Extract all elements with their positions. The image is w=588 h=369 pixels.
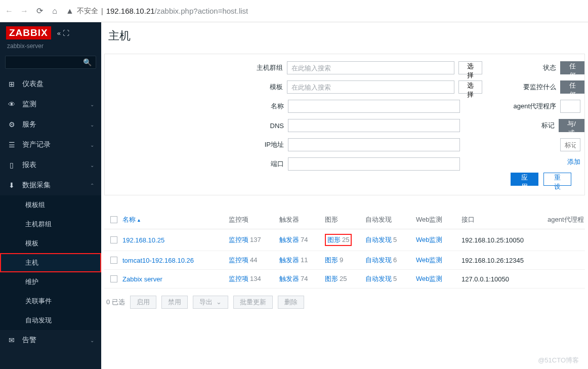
web-link[interactable]: Web监测 xyxy=(416,275,443,282)
sub-host-group[interactable]: 主机群组 xyxy=(0,215,101,234)
collect-submenu: 模板组 主机群组 模板 主机 维护 关联事件 自动发现 xyxy=(0,195,101,330)
collapse-icon[interactable]: «⛶ xyxy=(57,29,69,37)
services-icon: ⚙ xyxy=(7,120,16,129)
triggers-link[interactable]: 触发器 xyxy=(279,236,299,243)
enable-button[interactable]: 启用 xyxy=(130,296,156,309)
forward-icon[interactable]: → xyxy=(20,7,28,15)
discovery-link[interactable]: 自动发现 xyxy=(365,275,392,282)
filter-panel: 主机群组选择 模板选择 名称 DNS IP地址 端口 状态任何 要监控什么任何 … xyxy=(104,54,585,195)
select-host-groups[interactable]: 选择 xyxy=(458,61,482,74)
row-checkbox[interactable] xyxy=(110,257,117,264)
sub-correlation[interactable]: 关联事件 xyxy=(0,292,101,311)
sub-template-group[interactable]: 模板组 xyxy=(0,195,101,215)
back-icon[interactable]: ← xyxy=(5,7,13,15)
home-icon[interactable]: ⌂ xyxy=(51,7,59,15)
lbl-host-groups: 主机群组 xyxy=(251,63,283,72)
items-link[interactable]: 监控项 xyxy=(229,256,248,264)
disable-button[interactable]: 禁用 xyxy=(161,296,188,309)
nav-monitoring[interactable]: 👁监测⌄ xyxy=(0,94,101,114)
col-discovery: 自动发现 xyxy=(365,215,416,224)
report-icon: ▯ xyxy=(7,161,16,169)
graphs-cell[interactable]: 图形9 xyxy=(325,256,365,265)
filter-port[interactable] xyxy=(288,157,460,171)
col-web: Web监测 xyxy=(416,215,461,224)
logo[interactable]: ZABBIX xyxy=(6,26,51,39)
nav-collect[interactable]: ⬇数据采集⌃ xyxy=(0,175,101,195)
reload-icon[interactable]: ⟳ xyxy=(35,7,44,15)
lbl-port: 端口 xyxy=(251,159,284,169)
col-triggers: 触发器 xyxy=(279,215,325,224)
select-all-checkbox[interactable] xyxy=(110,216,117,223)
mass-update-button[interactable]: 批量更新 xyxy=(233,296,273,309)
graphs-cell[interactable]: 图形25 xyxy=(325,274,365,283)
insecure-icon: ▲ xyxy=(66,7,74,15)
selected-count: 0 已选 xyxy=(106,298,125,307)
filter-ip[interactable] xyxy=(288,138,460,151)
filter-templates[interactable] xyxy=(287,80,454,94)
main-content: 主机 主机群组选择 模板选择 名称 DNS IP地址 端口 状态任何 要监控什么… xyxy=(101,22,588,369)
row-checkbox[interactable] xyxy=(110,275,117,282)
search-input[interactable]: 🔍 xyxy=(5,56,96,69)
lbl-ip: IP地址 xyxy=(251,140,284,149)
sub-maintenance[interactable]: 维护 xyxy=(0,272,101,292)
reset-button[interactable]: 重设 xyxy=(543,173,571,186)
nav-alerts[interactable]: ✉告警⌄ xyxy=(0,330,101,350)
host-link[interactable]: tomcat10-192.168.10.26 xyxy=(122,257,194,264)
nav-services[interactable]: ⚙服务⌄ xyxy=(0,114,101,135)
lbl-templates: 模板 xyxy=(251,83,283,92)
chevron-up-icon: ⌃ xyxy=(90,183,94,188)
eye-icon: 👁 xyxy=(7,100,16,108)
interface-text: 192.168.10.26:12345 xyxy=(461,257,548,264)
tags-andor[interactable]: 与/或 xyxy=(559,119,584,132)
lbl-name: 名称 xyxy=(251,102,284,111)
table-row: tomcat10-192.168.10.26 监控项44 触发器11 图形9 自… xyxy=(104,251,585,270)
discovery-link[interactable]: 自动发现 xyxy=(365,256,392,264)
nav-reports[interactable]: ▯报表⌄ xyxy=(0,155,101,175)
export-button[interactable]: 导出 ⌄ xyxy=(193,296,228,309)
nav-inventory[interactable]: ☰资产记录⌄ xyxy=(0,135,101,155)
triggers-link[interactable]: 触发器 xyxy=(279,256,299,264)
col-name[interactable]: 名称▲ xyxy=(122,215,229,224)
chevron-down-icon: ⌄ xyxy=(90,162,94,168)
col-items: 监控项 xyxy=(229,215,279,224)
url-bar[interactable]: ▲ 不安全 | 192.168.10.21/zabbix.php?action=… xyxy=(66,7,583,16)
sort-asc-icon: ▲ xyxy=(137,218,141,223)
mail-icon: ✉ xyxy=(7,336,16,344)
add-tag-link[interactable]: 添加 xyxy=(540,157,584,167)
triggers-link[interactable]: 触发器 xyxy=(279,275,299,282)
lbl-dns: DNS xyxy=(251,122,284,130)
filter-dns[interactable] xyxy=(288,119,460,132)
table-row: 192.168.10.25 监控项137 触发器74 图形25 自动发现5 We… xyxy=(104,229,585,251)
discovery-link[interactable]: 自动发现 xyxy=(365,236,392,243)
search-icon: 🔍 xyxy=(83,58,92,66)
web-link[interactable]: Web监测 xyxy=(416,256,443,264)
items-link[interactable]: 监控项 xyxy=(229,236,248,243)
sub-discovery[interactable]: 自动发现 xyxy=(0,311,101,330)
monitored-any[interactable]: 任何 xyxy=(560,80,584,94)
download-icon: ⬇ xyxy=(7,181,16,189)
filter-agent-proxy[interactable] xyxy=(560,100,580,113)
sub-hosts[interactable]: 主机 xyxy=(0,253,101,272)
delete-button[interactable]: 删除 xyxy=(278,296,304,309)
filter-host-groups[interactable] xyxy=(287,61,454,74)
security-label: 不安全 xyxy=(77,7,98,16)
url-text: 192.168.10.21/zabbix.php?action=host.lis… xyxy=(106,7,248,15)
lbl-tags: 标记 xyxy=(511,121,555,130)
table-header: 名称▲ 监控项 触发器 图形 自动发现 Web监测 接口 agent代理程 xyxy=(104,211,585,229)
sub-templates[interactable]: 模板 xyxy=(0,234,101,253)
interface-text: 127.0.0.1:10050 xyxy=(461,275,548,283)
row-checkbox[interactable] xyxy=(110,236,117,243)
nav-dashboard[interactable]: ⊞仪表盘 xyxy=(0,74,101,94)
status-any[interactable]: 任何 xyxy=(560,61,584,74)
host-link[interactable]: 192.168.10.25 xyxy=(122,236,164,244)
select-templates[interactable]: 选择 xyxy=(458,80,482,94)
apply-button[interactable]: 应用 xyxy=(511,173,538,186)
chevron-down-icon: ⌄ xyxy=(90,338,94,343)
col-interface: 接口 xyxy=(461,215,548,224)
host-link[interactable]: Zabbix server xyxy=(122,275,162,283)
graphs-cell[interactable]: 图形25 xyxy=(325,234,365,246)
filter-name[interactable] xyxy=(288,100,460,113)
items-link[interactable]: 监控项 xyxy=(229,275,248,282)
tag-input[interactable] xyxy=(560,138,580,151)
web-link[interactable]: Web监测 xyxy=(416,236,443,243)
